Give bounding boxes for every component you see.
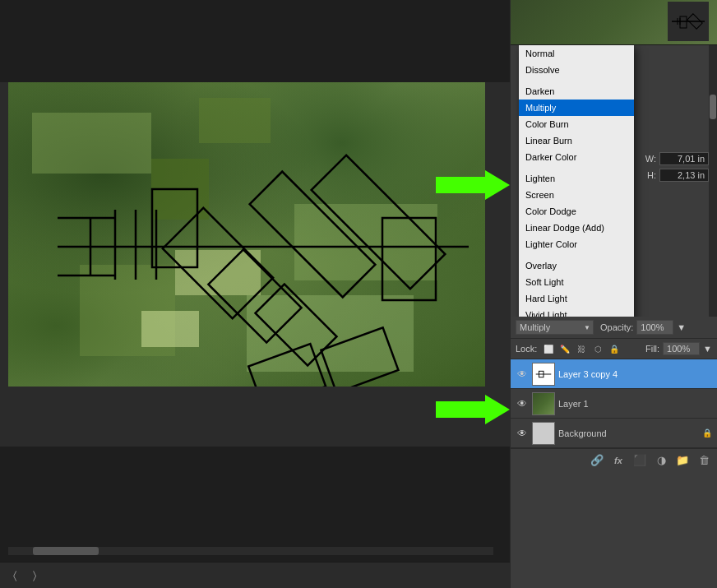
blend-lighten[interactable]: Lighten (519, 170, 634, 187)
opacity-input[interactable] (636, 320, 673, 335)
svg-rect-11 (321, 327, 398, 387)
lock-bar: Lock: ⬜ ✏️ ⛓ ⬡ 🔒 Fill: ▼ (511, 339, 717, 359)
lock-transparent-icon[interactable]: ⬜ (542, 342, 555, 355)
svg-marker-16 (436, 170, 510, 200)
fx-icon[interactable]: fx (610, 452, 627, 469)
svg-rect-12 (248, 344, 326, 387)
folder-icon[interactable]: 📁 (674, 452, 691, 469)
layer-item-2[interactable]: 👁 Layer 1 (511, 389, 717, 419)
arrow-1 (436, 170, 510, 202)
canvas-image[interactable] (0, 82, 510, 447)
properties-panel: W: 7,01 in H: 2,13 in (645, 152, 709, 184)
layers-panel: Multiply ▼ Opacity: ▼ Lock: ⬜ ✏️ ⛓ ⬡ 🔒 (511, 317, 717, 588)
right-panel: Normal Dissolve Darken Multiply Color Bu… (510, 0, 717, 588)
height-row: H: 2,13 in (645, 169, 709, 182)
fill-section: Fill: ▼ (645, 342, 712, 355)
main-area: 〈 〉 Normal Di (0, 0, 717, 588)
blend-bar: Multiply ▼ Opacity: ▼ (511, 317, 717, 339)
blend-mode-menu[interactable]: Normal Dissolve Darken Multiply Color Bu… (519, 45, 634, 317)
lock-artboard-icon[interactable]: ⬡ (591, 342, 604, 355)
canvas-top-bar (0, 0, 510, 82)
blend-overlay[interactable]: Overlay (519, 257, 634, 274)
blend-linear-burn[interactable]: Linear Burn (519, 132, 634, 149)
nav-forward-icon[interactable]: 〉 (26, 567, 43, 584)
svg-rect-8 (256, 285, 337, 366)
layer-eye-3[interactable]: 👁 (516, 427, 529, 440)
blend-soft-light[interactable]: Soft Light (519, 274, 634, 290)
scrollbar-thumb[interactable] (710, 95, 716, 119)
opacity-label: Opacity: (600, 322, 633, 332)
nav-back-icon[interactable]: 〈 (7, 567, 23, 584)
blend-color-burn[interactable]: Color Burn (519, 116, 634, 132)
lock-all-icon[interactable]: 🔒 (608, 342, 621, 355)
arrow-2 (436, 395, 510, 427)
fill-arrow[interactable]: ▼ (703, 344, 712, 354)
lock-position-icon[interactable]: ⛓ (575, 342, 588, 355)
right-scrollbar[interactable] (709, 45, 717, 317)
height-label: H: (647, 170, 656, 180)
blend-select-wrapper[interactable]: Multiply ▼ (516, 320, 594, 335)
blend-dissolve[interactable]: Dissolve (519, 62, 634, 78)
blend-normal[interactable]: Normal (519, 45, 634, 62)
width-label: W: (645, 154, 656, 164)
blend-linear-dodge[interactable]: Linear Dodge (Add) (519, 220, 634, 236)
width-value[interactable]: 7,01 in (659, 152, 709, 165)
adjustment-icon[interactable]: ◑ (653, 452, 669, 469)
blend-vivid-light[interactable]: Vivid Light (519, 307, 634, 317)
canvas-area: 〈 〉 (0, 0, 510, 588)
layer-eye-1[interactable]: 👁 (516, 368, 529, 381)
layer-thumb-2 (532, 392, 555, 415)
bottom-icons-bar: 🔗 fx ⬛ ◑ 📁 🗑 (511, 448, 717, 471)
blend-darken[interactable]: Darken (519, 83, 634, 100)
blend-color-dodge[interactable]: Color Dodge (519, 203, 634, 220)
layer-thumb-1 (532, 363, 555, 386)
mask-icon[interactable]: ⬛ (631, 452, 648, 469)
layer-eye-2[interactable]: 👁 (516, 397, 529, 410)
canvas-bottom (0, 447, 510, 562)
height-value[interactable]: 2,13 in (659, 169, 709, 182)
layer-item-active[interactable]: 👁 Layer 3 copy 4 (511, 359, 717, 389)
layer-thumb-3 (532, 422, 555, 445)
lock-label: Lock: (516, 344, 537, 354)
delete-icon[interactable]: 🗑 (696, 452, 712, 469)
aerial-image (8, 82, 485, 387)
layer-name-2: Layer 1 (558, 399, 712, 409)
blend-screen[interactable]: Screen (519, 187, 634, 203)
drawing-overlay (8, 82, 485, 387)
layer-item-3[interactable]: 👁 Background 🔒 (511, 419, 717, 448)
layer-name-3: Background (558, 428, 699, 438)
opacity-arrow[interactable]: ▼ (677, 322, 686, 332)
svg-rect-4 (152, 189, 197, 267)
svg-rect-19 (680, 16, 687, 28)
blend-dropdown-panel: Normal Dissolve Darken Multiply Color Bu… (511, 45, 717, 317)
fill-input[interactable] (663, 342, 700, 355)
bottom-nav-bar: 〈 〉 (0, 562, 510, 588)
layer-name-1: Layer 3 copy 4 (558, 369, 712, 379)
link-icon[interactable]: 🔗 (589, 452, 605, 469)
lock-image-icon[interactable]: ✏️ (558, 342, 571, 355)
blend-mode-select[interactable]: Multiply (516, 320, 594, 335)
thumbnail-preview (511, 0, 717, 45)
blend-darker-color[interactable]: Darker Color (519, 149, 634, 165)
blend-multiply[interactable]: Multiply (519, 100, 634, 116)
blend-hard-light[interactable]: Hard Light (519, 290, 634, 307)
svg-marker-17 (436, 395, 510, 424)
lock-icons: ⬜ ✏️ ⛓ ⬡ 🔒 (542, 342, 621, 355)
blend-lighter-color[interactable]: Lighter Color (519, 236, 634, 252)
layer-lock-icon: 🔒 (702, 428, 712, 438)
fill-label: Fill: (645, 344, 659, 354)
width-row: W: 7,01 in (645, 152, 709, 165)
